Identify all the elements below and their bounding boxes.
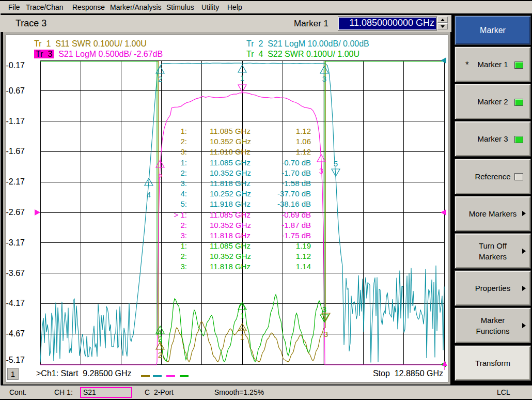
softkey-transform[interactable]: Transform — [455, 345, 531, 381]
marker-value: -1.58 dB — [265, 179, 311, 188]
submenu-arrow-icon — [522, 323, 526, 328]
marker-readout-row: 3:11.818 GHz1.12 — [165, 147, 311, 156]
marker-num: 2: — [165, 168, 187, 177]
marker-num: 3: — [165, 262, 187, 271]
marker-value: 1.19 — [265, 241, 311, 250]
spin-up-button[interactable] — [437, 17, 448, 23]
marker-num: 4: — [165, 189, 187, 198]
y-axis-label: -1.17 — [5, 117, 25, 126]
marker-readout-row: 2:10.352 GHz1.12 — [165, 252, 311, 260]
measurement-value: S21 — [83, 388, 96, 396]
softkey-label: Transform — [475, 358, 510, 368]
marker-num: 1: — [165, 158, 187, 167]
measurement-box: S21 — [80, 387, 132, 398]
marker-value: -1.87 dB — [265, 221, 311, 229]
channel-number-box: 1 — [7, 368, 19, 380]
marker-frequency: 10.352 GHz — [210, 221, 265, 229]
marker-num: > 1: — [165, 210, 187, 219]
marker-frequency: 10.352 GHz — [210, 137, 265, 146]
marker-readout-row: 1:11.085 GHz1.12 — [165, 127, 311, 135]
indicator-on — [514, 136, 523, 143]
legend-tr1: Tr 1 S11 SWR 0.100U/ 1.00U — [34, 39, 147, 49]
cal-status: C 2-Port — [145, 388, 174, 396]
marker-frequency: 11.085 GHz — [210, 127, 265, 135]
softkey-marker-functions[interactable]: MarkerFunctions — [455, 307, 531, 343]
menu-item-stimulus[interactable]: Stimulus — [166, 3, 194, 11]
marker-readout-row: 2:10.352 GHz-1.70 dB — [165, 168, 311, 177]
legend-trace-spec: S21 LogM 0.500dB/ -2.67dB — [54, 50, 163, 58]
marker-num: 3: — [165, 179, 187, 188]
marker-value-input[interactable]: 11.0850000000 GHz — [338, 17, 437, 30]
y-axis-label: -1.67 — [5, 147, 25, 156]
marker-value: -0.70 dB — [265, 158, 311, 167]
menu-item-trace-chan[interactable]: Trace/Chan — [26, 3, 64, 11]
marker-readout-row: 3:11.818 GHz1.14 — [165, 262, 311, 271]
softkey-properties[interactable]: Properties — [455, 270, 531, 306]
marker-readout-row: 4:10.252 GHz-37.70 dB — [165, 189, 311, 198]
softkey-menu-title: Marker — [455, 16, 531, 45]
y-axis-label: -3.17 — [5, 238, 25, 248]
menu-bar: FileTrace/ChanResponseMarker/AnalysisSti… — [0, 1, 532, 13]
softkey-label: Marker 3 — [477, 133, 508, 144]
menu-item-marker-analysis[interactable]: Marker/Analysis — [110, 3, 162, 11]
softkey-more-markers[interactable]: More Markers — [455, 196, 531, 232]
softkey-marker-3[interactable]: Marker 3 — [455, 121, 531, 157]
marker-value: -1.70 dB — [265, 168, 311, 177]
marker-value: 1.14 — [265, 262, 311, 271]
y-axis-label: -0.17 — [5, 61, 25, 70]
y-axis-label: -0.67 — [5, 86, 25, 96]
marker-num: 1: — [165, 241, 187, 250]
y-axis-label: -3.67 — [5, 269, 25, 278]
softkey-reference[interactable]: Reference — [455, 159, 531, 194]
trace-color-dash — [166, 375, 175, 377]
legend-trace-name: Tr 3 — [34, 50, 54, 58]
marker-readout-row: 3:11.818 GHz-1.75 dB — [165, 231, 311, 240]
softkey-marker-2[interactable]: Marker 2 — [455, 84, 531, 119]
softkey-marker-1[interactable]: Marker 1* — [455, 47, 531, 82]
marker-value: -37.70 dB — [265, 189, 311, 198]
legend-trace-name: Tr 1 — [34, 39, 51, 48]
marker-num: 3: — [165, 231, 187, 240]
softkey-turn-off-markers[interactable]: Turn OffMarkers — [455, 233, 531, 269]
window-edge — [0, 1, 1, 399]
softkey-label: More Markers — [469, 208, 517, 219]
marker-frequency: 11.818 GHz — [210, 147, 265, 156]
menu-item-utility[interactable]: Utility — [201, 3, 219, 11]
marker-num: 5: — [165, 199, 187, 208]
smoothing-status: Smooth=1.25% — [214, 388, 264, 396]
marker-frequency: 11.085 GHz — [210, 210, 265, 219]
marker-readout-row: 2:10.352 GHz1.06 — [165, 137, 311, 146]
marker-value: -38.16 dB — [265, 199, 311, 208]
marker-num: 2: — [165, 221, 187, 229]
softkey-label: Properties — [475, 283, 510, 294]
marker-value: 1.12 — [265, 147, 311, 156]
marker-num: 2: — [165, 137, 187, 146]
legend-tr4: Tr 4 S22 SWR 0.100U/ 1.00U — [246, 50, 359, 59]
menu-item-file[interactable]: File — [8, 3, 20, 11]
x-axis-stop-label: Stop 12.8850 GHz — [362, 369, 443, 378]
submenu-arrow-icon — [522, 211, 526, 216]
marker-readout-row: 1:11.085 GHz1.19 — [165, 241, 311, 250]
marker-value-text: 11.0850000000 GHz — [349, 18, 434, 28]
indicator-on — [514, 61, 523, 69]
y-axis-label: -4.17 — [5, 299, 25, 308]
submenu-arrow-icon — [522, 249, 526, 254]
indicator-on — [514, 99, 523, 106]
y-axis-label: -2.67 — [5, 208, 25, 217]
y-axis-label: -5.17 — [5, 356, 25, 365]
active-marker-star: * — [465, 59, 469, 70]
acquisition-status: Cont. — [9, 388, 26, 396]
marker-frequency: 11.918 GHz — [210, 199, 265, 208]
marker-num: 3: — [165, 147, 187, 156]
marker-value: 1.12 — [265, 127, 311, 135]
legend-trace-spec: S11 SWR 0.100U/ 1.00U — [51, 39, 147, 48]
marker-readout-row: 3:11.818 GHz-1.58 dB — [165, 179, 311, 188]
trace-color-dash — [180, 375, 189, 377]
up-arrow-icon — [441, 19, 445, 21]
spin-down-button[interactable] — [437, 23, 448, 29]
menu-item-response[interactable]: Response — [72, 3, 105, 11]
legend-trace-spec: S22 SWR 0.100U/ 1.00U — [263, 50, 359, 58]
menu-item-help[interactable]: Help — [227, 3, 242, 11]
softkey-label: MarkerFunctions — [476, 315, 509, 336]
marker-frequency: 11.085 GHz — [210, 241, 265, 250]
